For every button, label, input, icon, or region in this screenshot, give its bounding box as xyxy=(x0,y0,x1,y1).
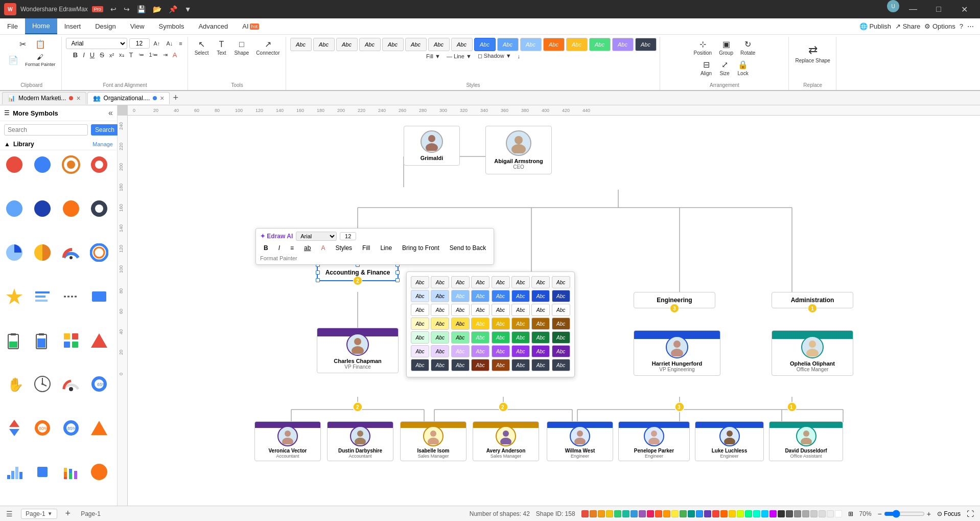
ordered-list-button[interactable]: 1≔ xyxy=(147,51,160,59)
subscript-button[interactable]: x₂ xyxy=(117,51,126,59)
color-swatch-p2[interactable] xyxy=(769,510,777,517)
paste-button[interactable]: 📄 xyxy=(5,54,21,66)
style-abc-11[interactable]: Abc xyxy=(520,38,542,51)
size-button[interactable]: ⤢Size xyxy=(716,58,733,78)
lock-button[interactable]: 🔒Lock xyxy=(735,58,751,78)
color-swatch-lg[interactable] xyxy=(802,510,809,517)
sp-btn-d1[interactable]: Abc xyxy=(411,359,429,371)
sp-btn-b3[interactable]: Abc xyxy=(451,290,470,302)
symbol-blue-circle[interactable] xyxy=(31,153,54,176)
color-swatch-lime[interactable] xyxy=(671,510,679,517)
format-painter-button[interactable]: 🖌Format Painter xyxy=(22,52,58,69)
color-swatch-orange-red[interactable] xyxy=(590,510,597,517)
charles-node[interactable]: Charles Chapman VP Finance xyxy=(317,328,399,373)
pin-button[interactable]: 📌 xyxy=(166,3,180,15)
symbol-rect-blue[interactable] xyxy=(88,285,110,308)
symbol-lines[interactable] xyxy=(31,285,54,308)
color-swatch-dark[interactable] xyxy=(778,510,785,517)
style-abc-10[interactable]: Abc xyxy=(497,38,519,51)
symbol-red-ring[interactable] xyxy=(88,153,110,176)
font-decrease-button[interactable]: A↓ xyxy=(164,40,175,47)
minimize-button[interactable]: — xyxy=(901,0,925,18)
tab-modern-marketing[interactable]: 📊 Modern Marketi... × xyxy=(2,92,86,104)
sp-btn-d5[interactable]: Abc xyxy=(492,359,510,371)
cut-button[interactable]: ✂ xyxy=(15,38,31,51)
more-button[interactable]: ▼ xyxy=(181,3,195,15)
symbol-pie-orange[interactable] xyxy=(31,241,54,264)
color-swatch-white[interactable] xyxy=(835,510,842,517)
symbol-battery[interactable] xyxy=(3,329,26,352)
ceo-node[interactable]: Abigail Armstrong CEO xyxy=(485,126,552,174)
menu-symbols[interactable]: Symbols xyxy=(152,18,192,34)
text-color-btn[interactable]: T xyxy=(127,51,135,59)
focus-button[interactable]: ⊙ Focus xyxy=(937,510,961,517)
sp-btn-1[interactable]: Abc xyxy=(411,276,429,288)
fill-button[interactable]: Fill ▼ xyxy=(424,53,442,60)
sp-btn-b4[interactable]: Abc xyxy=(471,290,489,302)
style-abc-13[interactable]: Abc xyxy=(566,38,588,51)
color-swatch-r2[interactable] xyxy=(712,510,719,517)
sp-btn-p6[interactable]: Abc xyxy=(511,345,530,357)
symbol-orange-circle[interactable] xyxy=(60,197,82,220)
symbol-80pct[interactable]: 80% xyxy=(31,417,54,439)
float-styles[interactable]: Styles xyxy=(332,243,356,253)
redo-button[interactable]: ↪ xyxy=(121,3,133,15)
sp-btn-g3[interactable]: Abc xyxy=(451,331,470,344)
font-selector[interactable]: Arial Times New Roman Calibri xyxy=(66,38,127,49)
ophelia-node[interactable]: Ophelia Oliphant Office Manger xyxy=(772,330,853,376)
sp-btn-n6[interactable]: Abc xyxy=(511,304,530,316)
menu-insert[interactable]: Insert xyxy=(57,18,88,34)
toggle-panel-button[interactable]: ☰ xyxy=(6,510,13,518)
replace-shape-button[interactable]: ⇄ Replace Shape xyxy=(793,38,833,69)
select-button[interactable]: ↖ Select xyxy=(192,38,212,57)
bold-button[interactable]: B xyxy=(71,51,80,59)
color-swatch-blue[interactable] xyxy=(631,510,638,517)
color-swatch-amber[interactable] xyxy=(663,510,670,517)
copy-button[interactable]: 📋 xyxy=(32,38,49,51)
strikethrough-button[interactable]: S xyxy=(98,51,106,59)
sp-btn-n5[interactable]: Abc xyxy=(492,304,510,316)
style-abc-12[interactable]: Abc xyxy=(543,38,565,51)
sp-btn-2[interactable]: Abc xyxy=(431,276,449,288)
color-swatch-purple[interactable] xyxy=(639,510,646,517)
sp-btn-y6[interactable]: Abc xyxy=(511,318,530,330)
share-button[interactable]: ↗ Share xyxy=(895,22,920,30)
sp-btn-d7[interactable]: Abc xyxy=(531,359,550,371)
symbol-orange-triangle[interactable] xyxy=(88,417,110,439)
font-size-input[interactable] xyxy=(129,38,150,49)
library-expand-icon[interactable]: ▲ xyxy=(4,141,10,148)
float-font-color[interactable]: A xyxy=(317,243,329,253)
shadow-button[interactable]: ◻ Shadow ▼ xyxy=(476,52,514,60)
font-increase-button[interactable]: A↑ xyxy=(152,40,162,47)
undo-button[interactable]: ↩ xyxy=(107,3,120,15)
veronica-node[interactable]: Veronica Vector Accountant xyxy=(254,421,321,461)
sp-btn-y1[interactable]: Abc xyxy=(411,318,429,330)
symbol-dark-ring[interactable] xyxy=(88,197,110,220)
symbol-orange-ring[interactable] xyxy=(60,153,82,176)
color-swatch-y2[interactable] xyxy=(729,510,736,517)
menu-advanced[interactable]: Advanced xyxy=(191,18,235,34)
sp-btn-4[interactable]: Abc xyxy=(471,276,489,288)
symbol-pie-blue[interactable] xyxy=(3,241,26,264)
style-abc-7[interactable]: Abc xyxy=(428,38,450,51)
maximize-button[interactable]: □ xyxy=(927,0,950,18)
color-swatch-deep-orange[interactable] xyxy=(655,510,662,517)
zoom-slider[interactable] xyxy=(884,510,925,518)
color-swatch-cyan[interactable] xyxy=(688,510,695,517)
dustin-node[interactable]: Dustin Darbyshire Accountant xyxy=(327,421,393,461)
administration-node[interactable]: Administration 1 xyxy=(772,292,853,308)
sp-btn-7[interactable]: Abc xyxy=(531,276,550,288)
rotate-button[interactable]: ↻Rotate xyxy=(738,38,758,57)
style-abc-6[interactable]: Abc xyxy=(405,38,427,51)
styles-expand-button[interactable]: ↓ xyxy=(516,53,523,60)
sp-btn-n1[interactable]: Abc xyxy=(411,304,429,316)
sp-btn-y5[interactable]: Abc xyxy=(492,318,510,330)
sp-btn-g1[interactable]: Abc xyxy=(411,331,429,344)
connector-tool-button[interactable]: ↗ Connector xyxy=(253,38,282,57)
style-abc-3[interactable]: Abc xyxy=(336,38,358,51)
symbol-donut-multi[interactable] xyxy=(88,241,110,264)
sp-btn-p1[interactable]: Abc xyxy=(411,345,429,357)
sp-btn-g2[interactable]: Abc xyxy=(431,331,449,344)
symbol-bars[interactable] xyxy=(3,461,26,483)
float-line[interactable]: Line xyxy=(377,243,395,253)
